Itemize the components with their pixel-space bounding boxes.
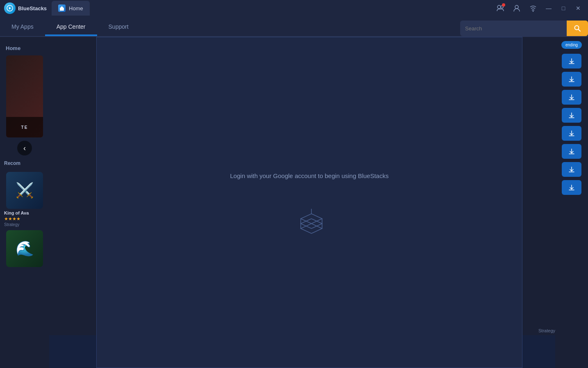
minimize-button[interactable]: — [543, 2, 554, 14]
download-btn-6[interactable] [562, 144, 581, 159]
right-sidebar: ending [555, 37, 588, 368]
sidebar-game-card-2-img: 🌊 [6, 230, 43, 267]
search-button[interactable] [567, 21, 588, 36]
svg-point-4 [497, 5, 501, 9]
svg-point-6 [515, 5, 518, 9]
window-controls: — □ ✕ [494, 2, 584, 15]
search-area [460, 21, 588, 36]
trending-label: ending [561, 41, 582, 49]
user-icon-btn[interactable] [510, 2, 523, 15]
svg-marker-3 [60, 6, 64, 8]
nav-tabs: My Apps App Center Support [0, 16, 588, 37]
download-btn-1[interactable] [562, 54, 581, 69]
home-tab[interactable]: Home [52, 1, 90, 16]
search-input-wrap[interactable] [460, 21, 567, 36]
modal-message-text: Login with your Google account to begin … [230, 172, 389, 179]
download-btn-4[interactable] [562, 108, 581, 123]
game-title-1: King of Ava [4, 210, 45, 215]
game-category-1: Strategy [4, 222, 45, 227]
svg-marker-1 [9, 7, 11, 9]
main-area: Home TE ‹ Recom ⚔️ King of Ava ★★★★ Stra… [0, 37, 588, 368]
sidebar-game-card-1-info: King of Ava ★★★★ Strategy [0, 210, 49, 227]
app-logo: BlueStacks [4, 2, 47, 14]
community-icon-btn[interactable] [494, 2, 507, 15]
sidebar-game-card-1-img: ⚔️ [6, 172, 43, 209]
sidebar-home-link[interactable]: Home [0, 41, 49, 55]
bluestacks-logo-icon [4, 2, 16, 14]
svg-rect-2 [60, 8, 64, 11]
download-btn-2[interactable] [562, 72, 581, 87]
prev-arrow-button[interactable]: ‹ [17, 141, 32, 155]
network-icon-btn[interactable] [527, 2, 540, 15]
sidebar: Home TE ‹ Recom ⚔️ King of Ava ★★★★ Stra… [0, 37, 49, 368]
download-btn-8[interactable] [562, 180, 581, 195]
app-name-label: BlueStacks [18, 5, 47, 11]
recommended-section-title: Recom [0, 159, 49, 168]
download-btn-5[interactable] [562, 126, 581, 141]
home-tab-label: Home [69, 5, 83, 11]
home-tab-icon [58, 5, 66, 12]
game-stars-1: ★★★★ [4, 216, 45, 222]
tab-support[interactable]: Support [97, 18, 140, 36]
download-btn-7[interactable] [562, 162, 581, 177]
search-input[interactable] [465, 25, 562, 32]
maximize-button[interactable]: □ [558, 2, 569, 14]
svg-point-7 [533, 11, 534, 12]
close-button[interactable]: ✕ [572, 2, 584, 14]
content-area: Login with your Google account to begin … [49, 37, 555, 368]
download-btn-3[interactable] [562, 90, 581, 105]
sidebar-featured-game: TE [6, 55, 43, 137]
tab-app-center[interactable]: App Center [45, 18, 97, 36]
loading-icon [295, 204, 324, 233]
tab-my-apps[interactable]: My Apps [0, 18, 45, 36]
login-modal: Login with your Google account to begin … [96, 37, 522, 368]
strategy-label: Strategy [538, 328, 555, 333]
svg-line-9 [579, 30, 581, 32]
title-bar: BlueStacks Home [0, 0, 588, 16]
notification-dot [502, 3, 505, 7]
